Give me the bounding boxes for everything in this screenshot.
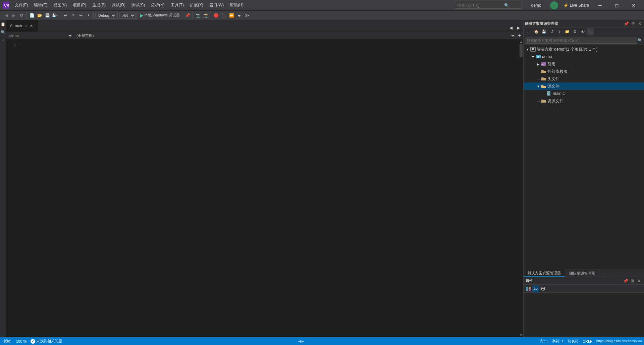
status-col[interactable]: 字符: 1 xyxy=(550,337,566,345)
activity-search-icon[interactable]: 🔍 xyxy=(0,30,6,35)
restore-button[interactable]: ◻ xyxy=(609,0,625,11)
se-search-input[interactable] xyxy=(525,38,637,44)
tree-item-refs[interactable]: ▶ ≡ 引用 xyxy=(524,60,644,68)
tab-team-explorer[interactable]: 团队资源管理器 xyxy=(565,270,599,277)
run-button[interactable]: ▶ 本地 Windows 调试器 xyxy=(138,12,182,18)
minimize-button[interactable]: ─ xyxy=(592,0,608,11)
snapshot-button[interactable]: 📷 xyxy=(195,12,202,19)
menu-debug[interactable]: 调试(D) xyxy=(109,1,128,9)
menu-test[interactable]: 测试(S) xyxy=(129,1,148,9)
se-active-button[interactable]: ⬛ xyxy=(587,28,594,36)
scope-left-select[interactable]: demo xyxy=(6,32,73,39)
tree-item-source-files[interactable]: ▼ 源文件 xyxy=(524,82,644,90)
scroll-down-arrow[interactable]: ▼ xyxy=(519,333,524,337)
se-filter-button[interactable]: ⤵ xyxy=(556,28,563,36)
title-bar: VS 文件(F) 编辑(E) 视图(V) 项目(P) 生成(B) 调试(D) 测… xyxy=(0,0,644,11)
panel-pin-button[interactable]: 📌 xyxy=(623,21,629,27)
status-ready[interactable]: 就绪 xyxy=(0,337,14,345)
tree-item-header-files[interactable]: — 头文件 xyxy=(524,75,644,82)
arch-select[interactable]: x86 xyxy=(119,12,136,19)
back-button[interactable]: ◀ xyxy=(2,12,10,19)
bp2-button[interactable]: ⬛ xyxy=(220,12,228,19)
status-row[interactable]: 行: 1 xyxy=(538,337,550,345)
menu-view[interactable]: 视图(V) xyxy=(51,1,69,9)
redo-dropdown[interactable]: ▼ xyxy=(85,12,92,19)
bp-button[interactable]: 🔴 xyxy=(213,12,220,19)
se-collapse-button[interactable]: ← xyxy=(525,28,532,36)
props-alpha-button[interactable]: AZ xyxy=(532,285,539,292)
line-numbers: 1 xyxy=(6,39,19,337)
tree-item-resource-files[interactable]: — 资源文件 xyxy=(524,97,644,105)
panel-close-button[interactable]: ✕ xyxy=(637,21,643,27)
menu-project[interactable]: 项目(P) xyxy=(70,1,89,9)
encoding-label: CRLF xyxy=(583,339,592,343)
debug-config-select[interactable]: Debug xyxy=(95,12,116,19)
activity-git-icon[interactable]: ⑂ xyxy=(0,38,6,43)
se-save-button[interactable]: 💾 xyxy=(540,28,548,36)
se-refresh-button[interactable]: ↺ xyxy=(548,28,555,36)
new-file-button[interactable]: 📄 xyxy=(28,12,36,19)
menu-edit[interactable]: 编辑(E) xyxy=(31,1,50,9)
forward-button[interactable]: ▶ xyxy=(10,12,17,19)
tree-item-main-c[interactable]: — C main.c xyxy=(524,90,644,97)
refresh-button[interactable]: ↺ xyxy=(18,12,25,19)
menu-analyze[interactable]: 分析(N) xyxy=(148,1,167,9)
tree-item-external[interactable]: — 外部依赖项 xyxy=(524,68,644,75)
status-indent[interactable]: 制表符 xyxy=(566,337,581,345)
live-share-button[interactable]: ⚡ Live Share xyxy=(560,2,592,9)
tab-scroll-right[interactable]: ▶ xyxy=(515,24,522,32)
add-button[interactable]: + xyxy=(516,32,523,39)
menu-tools[interactable]: 工具(T) xyxy=(168,1,186,9)
save-all-button[interactable]: 💾 xyxy=(44,12,51,19)
open-button[interactable]: 📂 xyxy=(36,12,43,19)
tree-item-project[interactable]: ▼ C demo xyxy=(524,53,644,60)
scroll-thumb[interactable] xyxy=(520,44,523,57)
properties-float-button[interactable]: ⊞ xyxy=(629,278,635,284)
status-encoding[interactable]: CRLF xyxy=(581,337,594,345)
bp3-button[interactable]: ⏩ xyxy=(228,12,235,19)
attach-button[interactable]: 📌 xyxy=(184,12,192,19)
se-search-icon[interactable]: 🔍 xyxy=(637,38,643,43)
undo-dropdown[interactable]: ▼ xyxy=(69,12,77,19)
props-category-button[interactable] xyxy=(525,285,532,292)
scope-right-select[interactable]: (全局范围) xyxy=(73,32,516,39)
close-button[interactable]: ✕ xyxy=(626,0,641,11)
main-c-toggle-icon: — xyxy=(541,91,546,96)
tab-close-button[interactable]: ✕ xyxy=(29,23,34,28)
save-button[interactable]: 💾+ xyxy=(51,12,59,19)
props-property-button[interactable] xyxy=(540,285,546,292)
redo-button[interactable]: ↪ xyxy=(77,12,85,19)
activity-explorer-icon[interactable]: 📋 xyxy=(0,21,6,27)
tree-item-solution[interactable]: ▼ 解决方案"demo"(1 个项目/共 1 个) xyxy=(524,46,644,53)
menu-window[interactable]: 窗口(W) xyxy=(207,1,226,9)
search-input[interactable] xyxy=(457,3,504,8)
menu-help[interactable]: 帮助(H) xyxy=(227,1,246,9)
se-toolbar: ← 🏠 💾 ↺ ⤵ 📁 ⚙ 👁 ⬛ xyxy=(524,27,644,36)
bp5-button[interactable]: ≫ xyxy=(244,12,251,19)
bp4-button[interactable]: ⏭ xyxy=(236,12,243,19)
toolbar-extra2-group: 📷 📸 xyxy=(194,12,211,19)
properties-pin-button[interactable]: 📌 xyxy=(623,278,629,284)
se-all-files-button[interactable]: 📁 xyxy=(564,28,571,36)
menu-file[interactable]: 文件(F) xyxy=(12,1,31,9)
se-home-button[interactable]: 🏠 xyxy=(533,28,540,36)
tab-scroll-left[interactable]: ◀ xyxy=(507,24,515,32)
status-link[interactable]: https://blog.csdn.cn/csdcanjiao xyxy=(594,337,644,345)
scroll-up-arrow[interactable]: ▲ xyxy=(519,39,524,44)
live-share-label: Live Share xyxy=(570,3,589,8)
se-preview-button[interactable]: 👁 xyxy=(579,28,586,36)
se-properties-button[interactable]: ⚙ xyxy=(571,28,579,36)
editor-tab-main-c[interactable]: C main.c ✕ xyxy=(6,20,38,32)
menu-build[interactable]: 生成(B) xyxy=(90,1,108,9)
avatar[interactable]: TT xyxy=(550,1,558,9)
code-editor[interactable] xyxy=(19,39,519,337)
scroll-track xyxy=(519,44,523,333)
status-no-issues[interactable]: ✓ 未找到相关问题 xyxy=(29,337,64,345)
properties-close-button[interactable]: ✕ xyxy=(636,278,642,284)
menu-extend[interactable]: 扩展(X) xyxy=(187,1,206,9)
status-zoom[interactable]: 100 % xyxy=(14,337,29,345)
panel-float-button[interactable]: ⊞ xyxy=(630,21,636,27)
snapshot2-button[interactable]: 📸 xyxy=(202,12,210,19)
tab-solution-explorer[interactable]: 解决方案资源管理器 xyxy=(524,270,565,277)
undo-button[interactable]: ↩ xyxy=(62,12,69,19)
